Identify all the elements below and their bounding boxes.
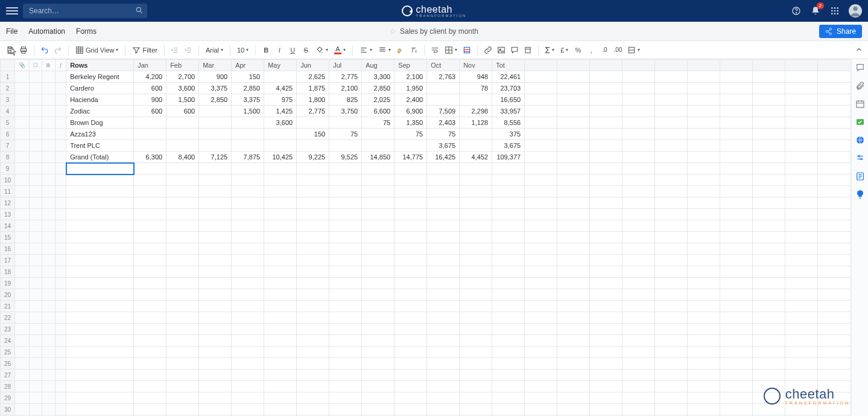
rail-calendar-icon[interactable] [855,99,865,109]
cell[interactable]: 3,675 [492,140,525,152]
cell[interactable]: 2,775 [329,71,362,83]
row-number[interactable]: 27 [1,370,15,381]
cell[interactable]: 2,625 [297,71,329,83]
bold-icon[interactable]: B [261,44,271,56]
table-row[interactable]: 26 [1,358,851,370]
cell[interactable] [166,140,199,152]
row-label[interactable]: Cardero [66,83,134,94]
cell[interactable] [460,140,492,152]
cell[interactable]: 3,600 [166,83,199,94]
search-input[interactable] [23,4,147,18]
cell[interactable]: 2,025 [362,94,394,106]
cell[interactable] [362,129,394,140]
cell[interactable]: 6,600 [362,106,394,117]
table-row[interactable]: 10 [1,174,851,186]
table-row[interactable]: 5Brown Dog3,600751,3502,4031,1288,556 [1,117,851,129]
rail-globe-icon[interactable] [855,135,865,145]
column-header-blank[interactable] [557,60,590,71]
row-label[interactable]: Berkeley Regent [66,71,134,83]
column-header-blank[interactable] [720,60,753,71]
cell[interactable] [329,117,362,129]
row-number[interactable]: 6 [1,129,15,140]
menu-automation[interactable]: Automation [28,27,65,36]
table-row[interactable]: 27 [1,370,851,381]
cell[interactable] [166,117,199,129]
row-number[interactable]: 16 [1,243,15,255]
cell[interactable] [199,140,232,152]
cell[interactable]: 975 [264,94,297,106]
table-row[interactable]: 16 [1,243,851,255]
cell[interactable]: 1,350 [394,117,427,129]
cell[interactable]: 16,425 [427,152,460,163]
table-row[interactable]: 12 [1,197,851,209]
column-header-blank[interactable] [525,60,557,71]
font-size-dropdown[interactable]: 10▾ [235,46,250,54]
hamburger-menu[interactable] [6,5,18,17]
cell[interactable]: 3,375 [232,94,264,106]
row-number[interactable]: 1 [1,71,15,83]
table-row[interactable]: 6Azza123150757575375 [1,129,851,140]
row-number[interactable]: 3 [1,94,15,106]
link-icon[interactable] [483,44,493,56]
checkbox-gutter-icon[interactable]: ☐ [30,60,42,71]
cell[interactable]: 14,850 [362,152,394,163]
print-icon[interactable] [18,44,29,56]
table-row[interactable]: 2Cardero6003,6003,3752,8504,4251,8752,10… [1,83,851,94]
rail-comments-icon[interactable] [855,63,865,72]
cell[interactable]: 900 [134,94,166,106]
row-label[interactable]: Hacienda [66,94,134,106]
row-number[interactable]: 10 [1,174,15,186]
cell[interactable]: 75 [427,129,460,140]
cell[interactable]: 1,425 [264,106,297,117]
table-row[interactable]: 23 [1,324,851,335]
comment-icon[interactable] [509,44,520,56]
rail-attachment-icon[interactable] [855,81,865,91]
increase-decimal-icon[interactable]: .00 [612,44,623,56]
cell[interactable]: 2,763 [427,71,460,83]
table-row[interactable]: 21 [1,301,851,312]
column-header-mar[interactable]: Mar [199,60,232,71]
cell[interactable]: 150 [297,129,329,140]
cell[interactable]: 600 [134,106,166,117]
column-header-rows[interactable]: Rows [66,60,134,71]
row-number[interactable]: 13 [1,209,15,220]
decrease-decimal-icon[interactable]: .0 [599,44,610,56]
table-row[interactable]: 14 [1,220,851,232]
cell[interactable]: 2,850 [362,83,394,94]
cell[interactable]: 8,556 [492,117,525,129]
table-row[interactable]: 8Grand (Total)6,3008,4007,1257,87510,425… [1,152,851,163]
cell[interactable]: 2,100 [394,71,427,83]
column-header-blank[interactable] [590,60,622,71]
row-number[interactable]: 24 [1,335,15,347]
column-header-aug[interactable]: Aug [362,60,394,71]
notifications-icon[interactable]: 2 [810,5,821,16]
table-row[interactable]: 28 [1,381,851,392]
cell[interactable]: 75 [362,117,394,129]
cell[interactable]: 1,128 [460,117,492,129]
cell[interactable]: 2,700 [166,71,199,83]
more-format-dropdown[interactable]: ▾ [626,46,642,54]
cell[interactable]: 75 [329,129,362,140]
attach-gutter-icon[interactable]: 📎 [15,60,30,71]
cell[interactable]: 600 [134,83,166,94]
menu-file[interactable]: File [6,27,17,36]
cell[interactable] [460,129,492,140]
save-icon[interactable] [5,44,16,56]
thousands-icon[interactable]: , [586,44,597,56]
table-row[interactable]: 11 [1,186,851,197]
row-number[interactable]: 28 [1,381,15,392]
cell[interactable]: 7,509 [427,106,460,117]
selected-cell[interactable] [66,163,134,174]
table-row[interactable]: 18 [1,266,851,278]
cell[interactable]: 78 [460,83,492,94]
column-header-blank[interactable] [818,60,851,71]
undo-icon[interactable] [39,44,50,56]
row-number[interactable]: 14 [1,220,15,232]
cell[interactable]: 1,500 [232,106,264,117]
cell[interactable]: 1,500 [166,94,199,106]
row-label[interactable]: Grand (Total) [66,152,134,163]
table-row[interactable]: 24 [1,335,851,347]
cell[interactable] [297,140,329,152]
cell[interactable]: 2,298 [460,106,492,117]
cell[interactable]: 16,650 [492,94,525,106]
